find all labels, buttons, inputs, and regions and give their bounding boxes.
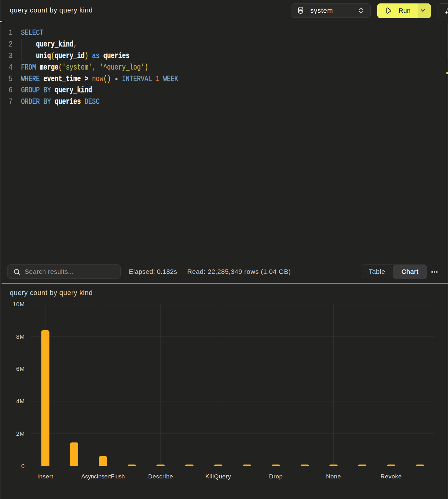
svg-text:0: 0 [21,463,25,469]
svg-text:AsyncInsertFlush: AsyncInsertFlush [81,473,125,480]
svg-text:Drop: Drop [269,473,283,480]
svg-text:Insert: Insert [37,473,53,480]
svg-text:6M: 6M [16,366,25,372]
svg-text:KillQuery: KillQuery [205,473,231,480]
svg-text:Describe: Describe [148,473,173,480]
svg-text:Revoke: Revoke [380,473,402,480]
svg-text:8M: 8M [16,333,25,340]
svg-text:10M: 10M [12,301,25,308]
svg-text:4M: 4M [16,398,25,405]
svg-text:None: None [326,473,341,480]
svg-text:2M: 2M [16,430,25,437]
